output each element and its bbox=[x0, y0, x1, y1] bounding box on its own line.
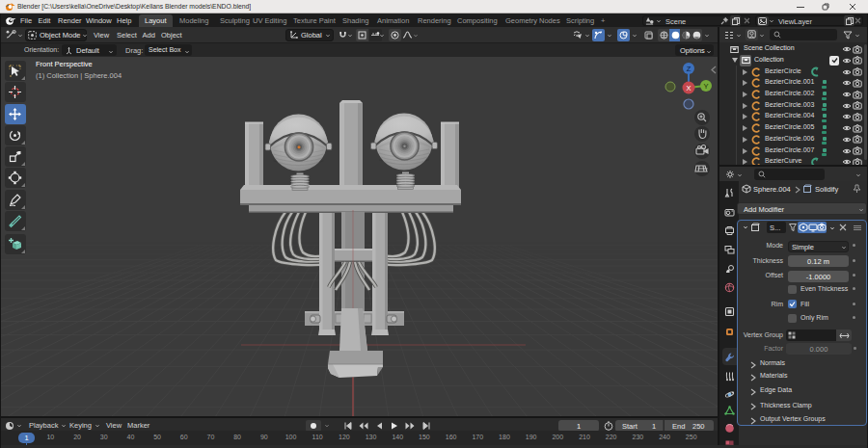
svg-text:Front Perspective: Front Perspective bbox=[36, 60, 93, 68]
svg-text:Y: Y bbox=[703, 82, 708, 91]
svg-text:Z: Z bbox=[687, 65, 692, 73]
svg-text:(1) Collection | Sphere.004: (1) Collection | Sphere.004 bbox=[36, 71, 122, 80]
svg-text:X: X bbox=[686, 84, 691, 92]
